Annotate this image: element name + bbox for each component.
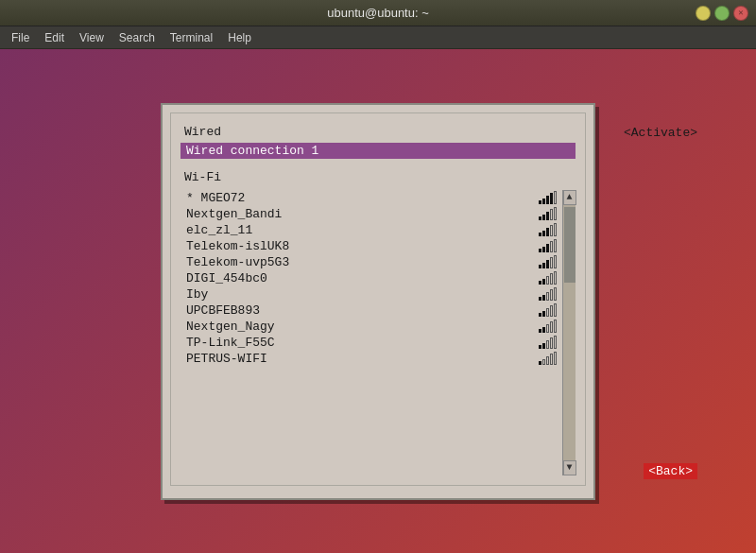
wifi-label: Wi-Fi <box>180 168 576 186</box>
network-item[interactable]: Iby <box>180 286 562 302</box>
network-item[interactable]: DIGI_454bc0 <box>180 270 562 286</box>
menu-terminal[interactable]: Terminal <box>163 29 220 46</box>
menu-search[interactable]: Search <box>112 29 163 46</box>
signal-bars-icon <box>539 207 557 220</box>
nmtui-dialog: <Activate> <Back> Wired Wired connection… <box>161 103 595 500</box>
title-bar: ubuntu@ubuntu: ~ ✕ <box>0 0 756 26</box>
network-item[interactable]: * MGEO72 <box>180 190 562 206</box>
signal-bars-icon <box>539 191 557 204</box>
menu-bar: File Edit View Search Terminal Help <box>0 26 756 49</box>
signal-bars-icon <box>539 223 557 236</box>
network-item[interactable]: PETRUS-WIFI <box>180 351 562 367</box>
nmtui-inner: Wired Wired connection 1 Wi-Fi * MGEO72N… <box>170 112 586 486</box>
network-item[interactable]: elc_zl_11 <box>180 222 562 238</box>
network-item[interactable]: UPCBFEB893 <box>180 302 562 319</box>
menu-view[interactable]: View <box>72 29 112 46</box>
menu-file[interactable]: File <box>4 29 37 46</box>
network-item[interactable]: Telekom-uvp5G3 <box>180 254 562 270</box>
maximize-button[interactable] <box>714 6 730 21</box>
terminal-area: <Activate> <Back> Wired Wired connection… <box>0 49 756 553</box>
window-title: ubuntu@ubuntu: ~ <box>327 6 429 20</box>
wired-connection-item[interactable]: Wired connection 1 <box>180 143 576 159</box>
network-item[interactable]: Nextgen_Nagy <box>180 319 562 335</box>
scroll-up-button[interactable]: ▲ <box>563 190 576 205</box>
signal-bars-icon <box>539 271 557 285</box>
signal-bars-icon <box>539 303 557 317</box>
signal-bars-icon <box>539 320 557 333</box>
wired-label: Wired <box>180 123 576 141</box>
network-item[interactable]: TP-Link_F55C <box>180 335 562 351</box>
back-button[interactable]: <Back> <box>644 462 697 479</box>
signal-bars-icon <box>539 336 557 349</box>
scroll-down-button[interactable]: ▼ <box>563 460 576 475</box>
menu-help[interactable]: Help <box>220 29 259 46</box>
scrollbar-track: ▲ ▼ <box>562 190 576 475</box>
close-button[interactable]: ✕ <box>733 6 748 21</box>
scrollbar-thumb[interactable] <box>564 207 576 283</box>
minimize-button[interactable] <box>696 6 711 21</box>
network-list: * MGEO72Nextgen_Bandielc_zl_11Telekom-is… <box>180 190 562 475</box>
network-item[interactable]: Telekom-islUK8 <box>180 238 562 254</box>
activate-button[interactable]: <Activate> <box>624 124 697 141</box>
signal-bars-icon <box>539 255 557 268</box>
signal-bars-icon <box>539 352 557 365</box>
menu-edit[interactable]: Edit <box>37 29 72 46</box>
network-item[interactable]: Nextgen_Bandi <box>180 206 562 222</box>
network-list-container: * MGEO72Nextgen_Bandielc_zl_11Telekom-is… <box>180 190 576 475</box>
signal-bars-icon <box>539 239 557 252</box>
window-controls: ✕ <box>696 6 748 21</box>
signal-bars-icon <box>539 287 557 301</box>
